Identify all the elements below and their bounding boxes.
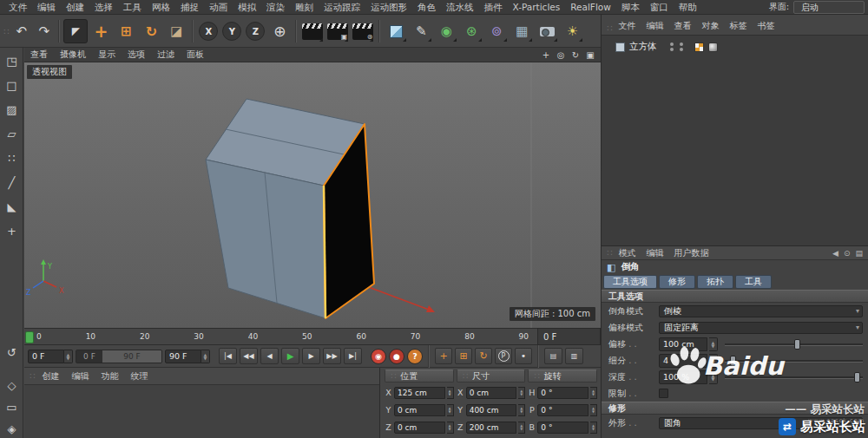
viewport-zoom-icon[interactable]: ◎ <box>555 49 567 61</box>
menu-pipeline[interactable]: 流水线 <box>441 0 479 14</box>
offset-slider[interactable] <box>725 338 863 350</box>
object-row-cube[interactable]: 立方体 <box>615 40 868 54</box>
menu-simulate[interactable]: 模拟 <box>233 0 261 14</box>
menu-realflow[interactable]: RealFlow <box>565 0 616 14</box>
key-interpolation-icon[interactable]: ▤ <box>544 348 562 364</box>
size-section-header[interactable]: ∷ 尺寸 <box>457 369 526 382</box>
x-axis-arrow[interactable] <box>426 305 435 312</box>
light-button[interactable]: ☀ <box>560 19 584 43</box>
menu-render[interactable]: 渲染 <box>261 0 290 14</box>
om-menu-bookmarks[interactable]: 书签 <box>752 19 779 33</box>
record-scale-toggle[interactable]: ⊞ <box>455 348 472 364</box>
coordinate-system-button[interactable]: ⊕ <box>267 19 292 43</box>
menu-tools[interactable]: 工具 <box>118 0 147 14</box>
om-menu-edit[interactable]: 编辑 <box>641 19 668 33</box>
phong-tag-icon[interactable] <box>708 42 718 52</box>
previous-key-button[interactable]: ◀◀ <box>240 348 258 364</box>
viewport-menu-options[interactable]: 选项 <box>122 48 151 62</box>
spinner[interactable] <box>447 422 454 434</box>
rotation-section-header[interactable]: ∷ 旋转 <box>528 369 597 382</box>
viewport-toggle-icon[interactable]: ▣ <box>584 49 596 61</box>
goto-start-button[interactable]: |◀ <box>219 348 237 364</box>
menu-sculpt[interactable]: 雕刻 <box>290 0 319 14</box>
position-y-field[interactable]: 0 cm <box>394 404 445 416</box>
generator-button[interactable]: ⊛ <box>459 19 483 43</box>
menu-file[interactable]: 文件 <box>3 0 32 14</box>
subdivision-slider[interactable] <box>725 355 863 367</box>
om-menu-file[interactable]: 文件 <box>613 19 641 33</box>
scale-tool[interactable]: ⊞ <box>114 19 138 43</box>
rotation-h-field[interactable]: 0 ° <box>537 387 589 399</box>
menu-create[interactable]: 创建 <box>61 0 89 14</box>
viewport-rotate-icon[interactable]: ↻ <box>569 49 582 61</box>
timeline-options-icon[interactable]: ▥ <box>565 348 583 364</box>
rotation-b-field[interactable]: 0 ° <box>537 422 589 434</box>
spinner[interactable] <box>709 354 718 368</box>
search-icon[interactable]: ⊙ <box>844 249 851 258</box>
lock-x-axis-button[interactable]: X <box>199 22 218 41</box>
redo-button[interactable]: ↷ <box>33 19 55 43</box>
editor-visibility-dots[interactable] <box>670 42 674 51</box>
next-frame-button[interactable]: ▶ <box>302 348 320 364</box>
record-position-toggle[interactable]: + <box>435 348 452 364</box>
spinner[interactable] <box>518 387 525 399</box>
panel-grip[interactable]: ∷ <box>28 371 36 381</box>
tab-tool-options[interactable]: 工具选项 <box>603 275 657 289</box>
spinner[interactable] <box>518 404 525 416</box>
spinner[interactable] <box>447 387 454 399</box>
primitive-object-button[interactable] <box>384 19 408 43</box>
menu-mograph[interactable]: 运动图形 <box>365 0 412 14</box>
render-visibility-dots[interactable] <box>680 42 683 51</box>
deformer-button[interactable]: ⊚ <box>484 19 509 43</box>
spinner[interactable] <box>590 387 597 399</box>
spinner[interactable] <box>590 422 597 434</box>
am-menu-mode[interactable]: 模式 <box>613 246 641 260</box>
points-mode-icon[interactable]: ∷ <box>2 148 22 168</box>
position-x-field[interactable]: 125 cm <box>394 387 445 399</box>
menu-script[interactable]: 脚本 <box>616 0 645 14</box>
record-parameter-toggle[interactable]: P <box>495 348 512 364</box>
render-view-button[interactable] <box>300 19 325 43</box>
rotate-tool[interactable]: ↻ <box>139 19 163 43</box>
lock-y-axis-button[interactable]: Y <box>222 22 241 41</box>
last-used-tool[interactable]: ◪ <box>164 19 188 43</box>
spinner[interactable] <box>709 337 718 351</box>
subdivision-surface-button[interactable]: ◉ <box>434 19 458 43</box>
menu-select[interactable]: 选择 <box>89 0 118 14</box>
playhead-marker[interactable] <box>25 331 34 343</box>
lock-z-axis-button[interactable]: Z <box>246 22 265 41</box>
record-keyframe-button[interactable]: ◉ <box>371 349 386 364</box>
render-to-picture-viewer-button[interactable]: ▣ <box>326 19 350 43</box>
menu-window[interactable]: 窗口 <box>645 0 674 14</box>
material-menu-create[interactable]: 创建 <box>36 369 65 383</box>
position-section-header[interactable]: ∷ 位置 <box>385 369 454 382</box>
menu-motion-tracker[interactable]: 运动跟踪 <box>319 0 365 14</box>
spinner[interactable] <box>64 350 73 363</box>
end-frame-field[interactable]: 90 F <box>165 350 210 363</box>
quantize-icon[interactable]: ↺ <box>2 343 22 363</box>
rotation-p-field[interactable]: 0 ° <box>537 404 589 416</box>
keyframe-selection-button[interactable]: ? <box>407 349 423 364</box>
spline-pen-button[interactable]: ✎ <box>409 19 433 43</box>
menu-snap[interactable]: 捕捉 <box>175 0 204 14</box>
tab-tool[interactable]: 工具 <box>735 275 772 289</box>
polygons-mode-icon[interactable]: ◣ <box>2 197 22 217</box>
object-name[interactable]: 立方体 <box>629 41 657 53</box>
size-y-field[interactable]: 400 cm <box>466 404 517 416</box>
panel-grip[interactable]: ∷ <box>605 23 613 33</box>
magnet-icon[interactable]: ◈ <box>2 419 22 438</box>
tab-shaping[interactable]: 修形 <box>659 275 695 289</box>
am-menu-userdata[interactable]: 用户数据 <box>668 246 713 260</box>
timeline-ruler[interactable]: 0 10 20 30 40 50 60 70 80 90 <box>24 328 537 345</box>
om-menu-view[interactable]: 查看 <box>668 19 696 33</box>
render-settings-button[interactable]: ⊛ <box>351 19 375 43</box>
viewport[interactable]: Y X Z 透视视图 网格间距 : 100 cm <box>24 62 601 328</box>
record-pla-toggle[interactable]: • <box>515 348 532 364</box>
current-frame-field[interactable]: 0 F <box>28 350 73 363</box>
range-bar[interactable]: 90 F <box>102 350 161 363</box>
menu-character[interactable]: 角色 <box>412 0 441 14</box>
material-menu-function[interactable]: 功能 <box>95 369 124 383</box>
om-menu-objects[interactable]: 对象 <box>696 19 724 33</box>
material-list-area[interactable] <box>24 385 379 437</box>
history-back-icon[interactable]: ◀ <box>832 249 838 258</box>
